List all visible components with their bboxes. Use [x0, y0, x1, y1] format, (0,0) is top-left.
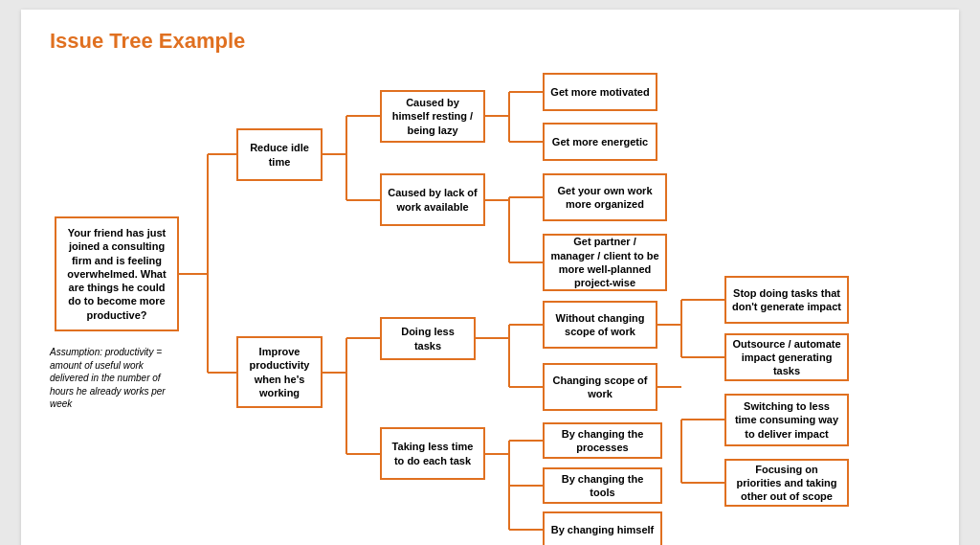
- node-organized: Get your own work more organized: [543, 173, 667, 221]
- node-stop: Stop doing tasks that don't generate imp…: [724, 276, 849, 324]
- node-improve: Improve productivity when he's working: [236, 336, 323, 408]
- node-switching: Switching to less time consuming way to …: [724, 394, 849, 446]
- node-focusing: Focusing on priorities and taking other …: [724, 459, 849, 507]
- node-outsource: Outsource / automate impact generating t…: [724, 333, 849, 381]
- node-motivated: Get more motivated: [543, 73, 657, 111]
- node-energetic: Get more energetic: [543, 123, 657, 161]
- root-node: Your friend has just joined a consulting…: [55, 216, 179, 331]
- node-himself: Caused by himself resting / being lazy: [380, 90, 485, 143]
- diagram: Your friend has just joined a consulting…: [50, 63, 930, 533]
- node-without: Without changing scope of work: [543, 301, 657, 349]
- node-partner: Get partner / manager / client to be mor…: [543, 234, 667, 291]
- node-changing-scope: Changing scope of work: [543, 363, 657, 411]
- slide: Issue Tree Example: [21, 10, 959, 545]
- node-by-himself: By changing himself: [543, 511, 662, 545]
- node-lack: Caused by lack of work available: [380, 173, 485, 226]
- node-by-process: By changing the processes: [543, 422, 662, 459]
- assumption-text: Assumption: productivity = amount of use…: [50, 346, 184, 411]
- node-by-tools: By changing the tools: [543, 467, 662, 504]
- node-taking-less: Taking less time to do each task: [380, 427, 485, 480]
- node-reduce: Reduce idle time: [236, 128, 323, 181]
- node-doing-less: Doing less tasks: [380, 317, 476, 360]
- slide-title: Issue Tree Example: [50, 29, 930, 54]
